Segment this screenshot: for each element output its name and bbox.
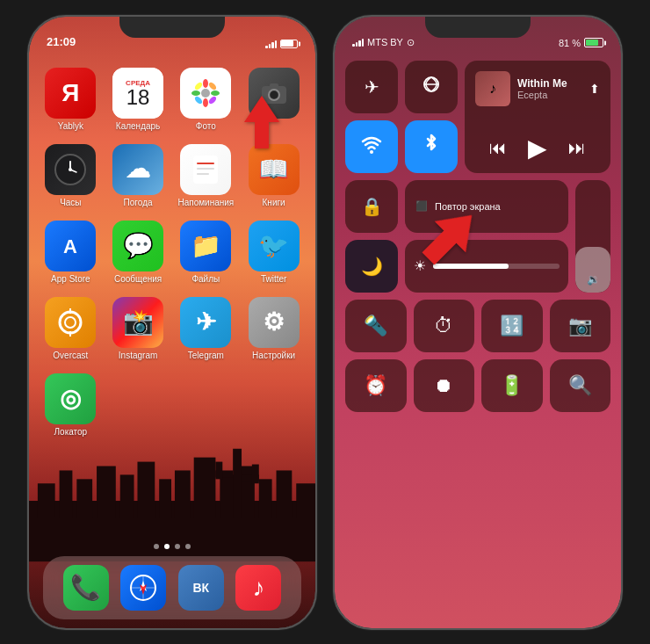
bluetooth-icon <box>421 134 442 159</box>
clock-icon <box>45 144 96 195</box>
alarm-button[interactable]: ⏰ <box>345 359 407 412</box>
dock-safari[interactable] <box>120 565 166 611</box>
svg-rect-12 <box>259 480 272 518</box>
messages-label: Сообщения <box>114 274 162 285</box>
camera-icon-cc: 📷 <box>568 315 592 337</box>
dock-vk[interactable]: ВК <box>178 565 224 611</box>
brightness-control[interactable]: ☀ <box>405 240 568 293</box>
svg-rect-19 <box>252 465 259 484</box>
timer-button[interactable]: ⏱ <box>414 300 475 352</box>
svg-point-27 <box>194 95 204 105</box>
locator-icon: ◎ <box>45 373 96 424</box>
dock-phone[interactable]: 📞 <box>63 565 109 611</box>
screen-mirror-label: Повтор экрана <box>435 201 501 212</box>
svg-rect-4 <box>97 467 116 518</box>
cellular-toggle[interactable] <box>405 61 458 113</box>
app-appstore[interactable]: A App Store <box>43 221 98 285</box>
volume-slider[interactable]: 🔉 <box>575 180 610 293</box>
app-locator[interactable]: ◎ Локатор <box>43 373 98 438</box>
cellular-icon <box>421 74 442 99</box>
app-reminders[interactable]: Напоминания <box>177 144 234 208</box>
svg-rect-40 <box>197 173 209 175</box>
app-camera[interactable] <box>246 68 301 132</box>
svg-rect-14 <box>296 484 315 519</box>
carrier-name: MTS BY <box>367 37 403 47</box>
camera-icon <box>249 68 300 119</box>
music-text: Within Me Ecepta <box>517 77 582 100</box>
weather-label: Погода <box>124 198 153 208</box>
app-books[interactable]: 📖 Книги <box>246 144 301 208</box>
flashlight-button[interactable]: 🔦 <box>345 300 407 352</box>
app-telegram[interactable]: ✈ Telegram <box>177 297 234 361</box>
alarm-icon: ⏰ <box>364 374 387 397</box>
photos-icon <box>180 68 231 119</box>
wifi-status-icon: ⊙ <box>407 37 415 48</box>
telegram-label: Telegram <box>188 351 224 361</box>
app-photos[interactable]: Фото <box>177 68 234 132</box>
photos-label: Фото <box>196 121 216 132</box>
svg-point-25 <box>194 81 204 90</box>
bluetooth-toggle[interactable] <box>405 120 458 173</box>
signal-icon <box>265 40 277 48</box>
battery-widget-icon: 🔋 <box>500 374 524 397</box>
screen-record-button[interactable]: ⏺ <box>414 359 475 412</box>
app-messages[interactable]: 💬 Сообщения <box>111 221 166 285</box>
orientation-lock-icon: 🔒 <box>361 196 383 217</box>
dock-music[interactable]: ♪ <box>235 565 281 611</box>
yablyk-icon: Я <box>45 68 96 119</box>
svg-point-28 <box>208 95 218 105</box>
cc-status-left: MTS BY ⊙ <box>352 37 415 48</box>
calculator-button[interactable]: 🔢 <box>481 300 543 352</box>
app-twitter[interactable]: 🐦 Twitter <box>246 221 301 285</box>
prev-track-button[interactable]: ⏮ <box>489 138 507 158</box>
screen-mirror-button[interactable]: ⬛ Повтор экрана <box>405 180 568 233</box>
icon-row-2: ⏰ ⏺ 🔋 🔍 <box>345 359 610 412</box>
battery-fill <box>281 40 293 47</box>
wifi-toggle[interactable] <box>345 120 398 173</box>
camera-button[interactable]: 📷 <box>550 300 611 352</box>
cc-battery-icon <box>584 38 603 47</box>
do-not-disturb-toggle[interactable]: 🌙 <box>345 240 398 293</box>
battery-icon <box>280 40 298 48</box>
orientation-lock-toggle[interactable]: 🔒 <box>345 180 398 233</box>
play-button[interactable]: ▶ <box>528 134 547 163</box>
app-yablyk[interactable]: Я Yablyk <box>43 68 98 132</box>
svg-point-43 <box>65 317 76 328</box>
music-widget[interactable]: ♪ Within Me Ecepta ⬆ ⏮ ▶ ⏭ <box>465 61 610 173</box>
overcast-label: Overcast <box>53 351 88 361</box>
airplane-mode-toggle[interactable]: ✈ <box>345 61 398 113</box>
svg-rect-1 <box>38 484 55 519</box>
svg-point-20 <box>201 89 210 98</box>
app-settings[interactable]: ⚙ Настройки <box>246 297 301 361</box>
locator-label: Локатор <box>54 427 88 438</box>
svg-point-36 <box>69 168 72 171</box>
battery-widget[interactable]: 🔋 <box>481 359 543 412</box>
airplane-icon: ✈ <box>365 76 379 98</box>
svg-rect-32 <box>270 83 278 88</box>
app-instagram[interactable]: 📸 Instagram <box>111 297 166 361</box>
cc-signal <box>352 38 364 47</box>
svg-rect-10 <box>220 475 234 518</box>
app-files[interactable]: 📁 Файлы <box>177 221 234 285</box>
magnifier-button[interactable]: 🔍 <box>550 359 611 412</box>
app-calendar[interactable]: Среда 18 Календарь <box>111 68 166 132</box>
dot-1 <box>154 544 159 549</box>
app-overcast[interactable]: Overcast <box>43 297 98 361</box>
next-track-button[interactable]: ⏭ <box>568 138 586 158</box>
reminders-icon <box>180 144 231 195</box>
calculator-icon: 🔢 <box>500 315 524 337</box>
reminders-label: Напоминания <box>177 198 234 208</box>
files-label: Файлы <box>191 274 220 285</box>
svg-point-26 <box>208 81 218 90</box>
music-info: ♪ Within Me Ecepta ⬆ <box>475 71 600 106</box>
clock-label: Часы <box>60 198 81 208</box>
brightness-icon: ☀ <box>414 257 426 274</box>
wifi-icon <box>360 133 383 160</box>
svg-rect-5 <box>120 475 134 518</box>
app-weather[interactable]: ☁ Погода <box>111 144 166 208</box>
svg-point-23 <box>191 90 200 96</box>
app-clock[interactable]: Часы <box>43 144 98 208</box>
time-display: 21:09 <box>47 35 76 48</box>
dot-4 <box>185 544 191 549</box>
music-artist: Ecepta <box>517 90 582 100</box>
